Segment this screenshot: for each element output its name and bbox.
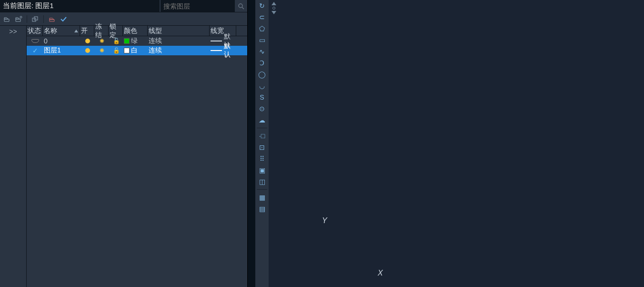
col-header-color[interactable]: 颜色 bbox=[123, 26, 148, 36]
spline-cv-icon[interactable]: Ɔ bbox=[257, 58, 267, 68]
set-current-layer-button[interactable] bbox=[59, 15, 68, 23]
svg-point-0 bbox=[239, 4, 242, 8]
layer-name-cell[interactable]: 0 bbox=[43, 36, 80, 46]
canvas-svg bbox=[269, 0, 412, 72]
rectangle-tool-icon[interactable]: ▭ bbox=[257, 35, 267, 45]
point-tool-icon[interactable]: ·□ bbox=[257, 131, 267, 141]
layer-toolbar bbox=[0, 12, 247, 26]
layer-panel-header: 当前图层: 图层1 bbox=[0, 0, 247, 12]
layer-status-icon bbox=[27, 36, 43, 46]
svg-point-2 bbox=[20, 16, 22, 18]
layer-on-toggle[interactable] bbox=[80, 46, 94, 55]
layer-color-cell[interactable]: 白 bbox=[123, 46, 148, 55]
layer-states-button[interactable] bbox=[31, 15, 40, 23]
col-header-freeze[interactable]: 冻结 bbox=[94, 26, 109, 36]
layer-linetype-cell[interactable]: 连续 bbox=[148, 36, 210, 46]
freeform-icon[interactable]: S bbox=[257, 92, 267, 102]
draw-toolbar: ↻⊂⬠▭∿Ɔ◯◡S⊙☁·□⊡⠿▣◫▦▤ bbox=[255, 0, 269, 287]
gradient-tool-icon[interactable]: ▤ bbox=[257, 204, 267, 214]
layer-name-cell[interactable]: 图层1 bbox=[43, 46, 80, 55]
wipeout-tool-icon[interactable]: ◫ bbox=[257, 177, 267, 186]
layer-properties-panel: 当前图层: 图层1 >> 状态 名称 开 bbox=[0, 0, 248, 287]
layer-lineweight-cell[interactable]: 默认 bbox=[210, 46, 236, 55]
ellipse-arc-icon[interactable]: ◡ bbox=[257, 81, 267, 91]
layer-linetype-cell[interactable]: 连续 bbox=[148, 46, 210, 55]
axis-x-label: X bbox=[378, 269, 383, 277]
col-header-status[interactable]: 状态 bbox=[27, 26, 43, 36]
delete-layer-button[interactable] bbox=[48, 15, 56, 23]
new-layer-vp-frozen-button[interactable] bbox=[14, 15, 23, 23]
divide-tool-icon[interactable]: ⊡ bbox=[257, 143, 267, 152]
spline-fit-icon[interactable]: ∿ bbox=[257, 47, 267, 56]
col-header-on[interactable]: 开 bbox=[80, 26, 94, 36]
layer-row[interactable]: ✓图层1✺🔓白连续默认 bbox=[27, 46, 247, 55]
layer-lock-toggle[interactable]: 🔓 bbox=[109, 46, 123, 55]
layer-row[interactable]: 0✺🔓绿连续默认 bbox=[27, 36, 247, 46]
col-header-linetype[interactable]: 线型 bbox=[148, 26, 210, 36]
col-header-name[interactable]: 名称 bbox=[43, 26, 80, 36]
layer-status-icon: ✓ bbox=[27, 46, 43, 55]
region-tool-icon[interactable]: ▣ bbox=[257, 165, 267, 175]
arc-tool-icon[interactable]: ⊂ bbox=[257, 12, 267, 22]
col-header-lineweight[interactable]: 线宽 bbox=[210, 26, 236, 36]
hatch-tool-icon[interactable]: ▦ bbox=[257, 193, 267, 202]
drawing-canvas[interactable]: Y X bbox=[269, 0, 644, 287]
layer-on-toggle[interactable] bbox=[80, 36, 94, 46]
layer-search-input[interactable] bbox=[160, 0, 235, 12]
ellipse-tool-icon[interactable]: ◯ bbox=[257, 70, 267, 79]
layer-freeze-toggle[interactable]: ✺ bbox=[94, 46, 109, 55]
donut-tool-icon[interactable]: ⊙ bbox=[257, 104, 267, 113]
measure-tool-icon[interactable]: ⠿ bbox=[257, 154, 267, 164]
layer-table-header: 状态 名称 开 冻结 锁定 颜色 线型 线宽 bbox=[27, 26, 247, 36]
axis-y-label: Y bbox=[322, 216, 327, 225]
filter-tree-toggle[interactable]: >> bbox=[0, 26, 27, 287]
polygon-tool-icon[interactable]: ⬠ bbox=[257, 24, 267, 33]
revcloud-icon[interactable]: ☁ bbox=[257, 115, 267, 125]
current-layer-display[interactable]: 当前图层: 图层1 bbox=[0, 0, 160, 12]
layer-table: 状态 名称 开 冻结 锁定 颜色 线型 线宽 0✺🔓绿连续默认✓图层1✺🔓白连续… bbox=[27, 26, 247, 287]
new-layer-button[interactable] bbox=[3, 15, 11, 23]
layer-search-button[interactable] bbox=[235, 0, 247, 12]
layer-color-cell[interactable]: 绿 bbox=[123, 36, 148, 46]
svg-line-1 bbox=[242, 7, 244, 9]
arc-cw-icon[interactable]: ↻ bbox=[257, 1, 267, 10]
panel-resize-divider[interactable] bbox=[248, 0, 255, 287]
col-header-lock[interactable]: 锁定 bbox=[109, 26, 123, 36]
